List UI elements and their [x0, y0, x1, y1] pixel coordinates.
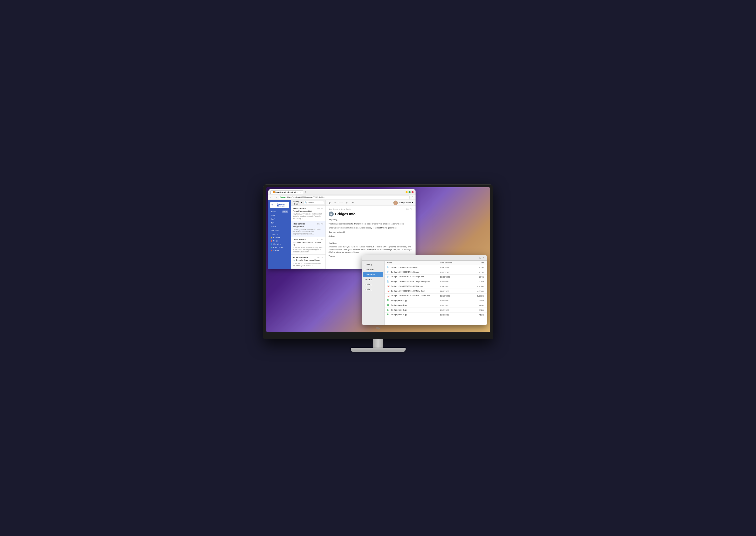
search-input[interactable] — [308, 202, 323, 204]
email-item-3[interactable]: Oliver Brooks 4:12 PM Feedback from Evan… — [291, 237, 325, 255]
email-time-2: 5:01 PM — [317, 223, 323, 225]
search-icon: 🔍 — [305, 202, 307, 204]
file-close-button[interactable]: × — [483, 257, 485, 259]
sort-label: Sort by Date — [292, 201, 300, 205]
downloads-label: Downloads — [365, 268, 375, 271]
sidebar-item-draft[interactable]: Draft — [268, 217, 291, 221]
file-browser-body: Desktop Downloads Documents Pictures Fol — [362, 261, 487, 325]
file-row-0[interactable]: 📄 Bridge-1-1606650437616.doc 11/30/2020 … — [385, 265, 487, 270]
svg-point-1 — [394, 203, 397, 205]
file-sidebar-downloads[interactable]: Downloads — [362, 267, 384, 272]
stand-base — [351, 348, 406, 352]
more-options-button[interactable]: • • • — [350, 201, 355, 205]
file-date-1: 11/30/2020 — [440, 271, 466, 273]
file-row-3[interactable]: 📄 Bridge-1-1606650437616-3-engineering.d… — [385, 279, 487, 284]
sidebar-item-inbox[interactable]: Inbox 1,939 — [268, 210, 291, 214]
col-date: Date Modified — [440, 262, 466, 264]
address-bar: ‹ › ↻ Secure | https://smail.mail/10300/… — [268, 195, 415, 200]
email-item-1[interactable]: Allie Christine 5:06 PM Parks Photoshoot… — [291, 206, 325, 221]
file-row-6[interactable]: 📊 Bridge-1-1606650437616-FINAL-FINAL.ppt… — [385, 293, 487, 298]
tab-favicon — [273, 191, 275, 193]
doc-icon-0: 📄 — [387, 266, 390, 269]
tab-close-icon[interactable]: × — [300, 191, 301, 193]
sort-chevron-icon: ▼ — [301, 202, 303, 204]
close-button[interactable] — [411, 191, 413, 193]
file-date-10: 11/2/2020 — [440, 314, 466, 316]
file-name-0: 📄 Bridge-1-1606650437616.doc — [387, 266, 440, 269]
folder2-label: Folder 2 — [365, 288, 372, 291]
browser-tab-active[interactable]: SMAIL.MAIL - Email Inb... × — [270, 190, 303, 194]
forward-button[interactable]: › — [272, 196, 274, 198]
email-subject-display: Bridges Info — [335, 212, 356, 216]
file-name-8: 🖼 Bridge-photo-2.jpg — [387, 304, 440, 307]
file-maximize-button[interactable]: □ — [479, 257, 481, 259]
file-sidebar-folder2[interactable]: Folder 2 — [362, 287, 384, 292]
back-button[interactable]: ‹ — [270, 196, 272, 198]
file-size-8: 872kb — [467, 304, 484, 307]
label-creative[interactable]: Creative — [268, 243, 291, 246]
sort-by-date-button[interactable]: Sort by Date ▼ — [292, 201, 303, 205]
file-row-8[interactable]: 🖼 Bridge-photo-2.jpg 11/2/2020 872kb — [385, 303, 487, 308]
pictures-label: Pictures — [365, 278, 372, 281]
col-size: Size — [467, 262, 484, 264]
ppt-icon-5: 📊 — [387, 290, 390, 292]
sidebar-item-junk[interactable]: Junk — [268, 221, 291, 225]
file-date-3: 12/2/2020 — [440, 281, 466, 283]
sent-label: Sent — [271, 214, 275, 217]
hp-logo: hp — [377, 326, 379, 330]
label-social[interactable]: Social — [268, 249, 291, 252]
file-sidebar-pictures[interactable]: Pictures — [362, 277, 384, 282]
sidebar-item-trash[interactable]: Trash — [268, 225, 291, 228]
email-detail-title: N Bridges Info — [329, 212, 412, 217]
creative-dot — [271, 244, 272, 245]
delete-button[interactable]: 🗑 — [328, 201, 332, 205]
reply-body: Awesome! Make sure you call in for Jaden… — [329, 246, 412, 254]
redo-button[interactable]: ↪↪ — [338, 201, 344, 205]
file-size-3: 201kb — [467, 281, 484, 283]
refresh-button[interactable]: ↻ — [275, 196, 278, 198]
email-sender-3: Oliver Brooks — [293, 238, 306, 241]
stand-neck — [373, 339, 383, 348]
search-box[interactable]: 🔍 — [304, 201, 324, 204]
file-size-7: 945kb — [467, 300, 484, 302]
compose-button[interactable]: ✏ Compose Message — [270, 202, 289, 208]
file-row-10[interactable]: 🖼 Bridge-photo-4.jpg 11/2/2020 713kb — [385, 313, 487, 317]
label-legal[interactable]: Legal — [268, 239, 291, 243]
file-sidebar-folder1[interactable]: Folder 1 — [362, 282, 384, 287]
file-row-9[interactable]: 🖼 Bridge-photo-3.jpg 11/2/2020 931kb — [385, 308, 487, 313]
file-browser-titlebar: ─ □ × — [362, 255, 487, 261]
user-profile[interactable]: Avery Colette ▼ — [393, 201, 413, 205]
file-minimize-button[interactable]: ─ — [476, 257, 478, 259]
label-promotional[interactable]: Promotional — [268, 246, 291, 249]
secure-badge: Secure — [280, 196, 286, 198]
file-row-2[interactable]: 📄 Bridge-1-1606650437616-2-legal.doc 11/… — [385, 275, 487, 279]
email-preview-4: Hey team, see attached! Print before our… — [293, 262, 323, 267]
new-tab-button[interactable]: + — [304, 190, 307, 193]
sync-button[interactable]: ↻ — [345, 201, 348, 205]
file-size-6: 5,129kb — [467, 295, 484, 297]
compose-label: Compose Message — [274, 203, 288, 207]
email-item-4[interactable]: Jaden Christian 3:47 PM 📎 Security Aware… — [291, 255, 325, 268]
maximize-button[interactable] — [409, 191, 411, 193]
tab-title: SMAIL.MAIL - Email Inb... — [275, 191, 298, 193]
address-field[interactable]: Secure | https://smail.mail/10300/mrgdri… — [279, 195, 410, 199]
file-sidebar-desktop[interactable]: Desktop — [362, 262, 384, 267]
file-name-3: 📄 Bridge-1-1606650437616-3-engineering.d… — [387, 280, 440, 283]
email-item-2[interactable]: Nico Schultz 5:01 PM Bridges Info The br… — [291, 221, 325, 237]
file-row-4[interactable]: 📊 Bridge-1-1606650437616-FINAL.ppt 12/8/… — [385, 284, 487, 289]
menu-button[interactable]: ⋮ — [411, 196, 414, 199]
file-sidebar-documents[interactable]: Documents — [363, 272, 383, 277]
sidebar-item-sent[interactable]: Sent — [268, 214, 291, 217]
file-row-7[interactable]: 🖼 Bridge-photo-1.jpg 11/2/2020 945kb — [385, 298, 487, 303]
label-finance[interactable]: Finance — [268, 236, 291, 239]
minimize-button[interactable] — [406, 191, 408, 193]
win-controls — [406, 191, 413, 193]
file-sidebar: Desktop Downloads Documents Pictures Fol — [362, 261, 385, 325]
inbox-label: Inbox — [271, 211, 276, 213]
undo-button[interactable]: ↩ — [333, 201, 337, 205]
email-list-toolbar: Sort by Date ▼ 🔍 — [291, 200, 325, 206]
email-meta: Nico Schultz to Avery Colette 5:06 PM — [329, 208, 412, 210]
sidebar-item-reminder[interactable]: Reminder — [268, 228, 291, 232]
file-row-1[interactable]: 📄 Bridge-1-1606650437616-2.doc 11/30/202… — [385, 270, 487, 275]
file-row-5[interactable]: 📊 Bridge-1-1606650437616-FINAL-2.ppt 12/… — [385, 289, 487, 293]
